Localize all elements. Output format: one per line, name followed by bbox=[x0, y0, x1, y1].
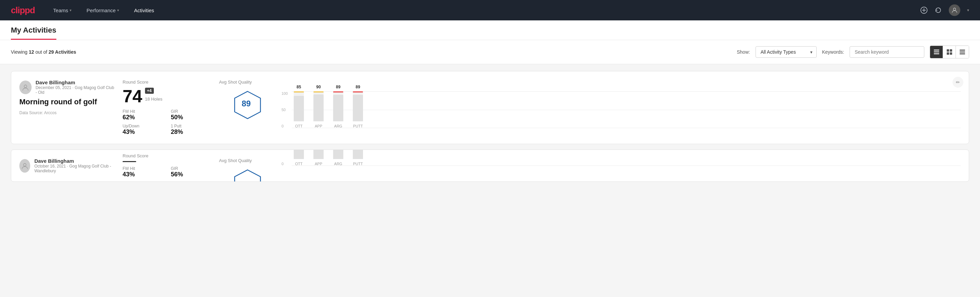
gir-stat-2: GIR 56% bbox=[171, 166, 211, 178]
avatar-chevron-icon: ▾ bbox=[967, 8, 969, 13]
chart-col-putt: 89 PUTT bbox=[353, 85, 363, 128]
bar-track-app-2 bbox=[313, 150, 324, 159]
bar-value-arg: 89 bbox=[336, 85, 340, 89]
bar-chart-2: 100 50 0 94 OTT bbox=[282, 158, 961, 173]
bar-track-putt bbox=[353, 91, 363, 121]
logo[interactable]: clippd bbox=[11, 5, 35, 16]
activity-type-select[interactable]: All Activity Types bbox=[756, 46, 817, 58]
edit-button[interactable]: ✏ bbox=[953, 77, 963, 88]
gridlines-2 bbox=[292, 150, 961, 166]
bar-label-app: APP bbox=[315, 124, 322, 128]
svg-rect-8 bbox=[950, 49, 952, 52]
chart-col-arg: 89 ARG bbox=[333, 85, 343, 128]
bar-track-ott-2 bbox=[294, 150, 304, 159]
bar-top-ott bbox=[294, 91, 304, 93]
search-input[interactable] bbox=[850, 46, 924, 58]
list-wide-view-btn[interactable] bbox=[956, 46, 969, 58]
hexagon-container-2 bbox=[219, 169, 274, 182]
round-score-label: Round Score bbox=[123, 80, 211, 85]
bar-fill-app bbox=[313, 94, 324, 121]
activity-card: ✏ Dave Billingham December 05, 2021 · Go… bbox=[11, 71, 969, 144]
bar-value-app: 90 bbox=[316, 85, 321, 89]
bar-track-ott bbox=[294, 91, 304, 121]
round-score-section: Round Score 74 +4 18 Holes FW Hit 62% GI… bbox=[123, 80, 211, 136]
round-score-section-2: Round Score FW Hit 43% GIR 56% bbox=[123, 158, 211, 173]
activity-title: Morning round of golf bbox=[19, 97, 115, 106]
fw-hit-stat-2: FW Hit 43% bbox=[123, 166, 163, 178]
svg-rect-12 bbox=[959, 52, 965, 53]
score-badge: +4 bbox=[145, 88, 154, 94]
svg-point-16 bbox=[24, 163, 26, 166]
list-dense-view-btn[interactable] bbox=[930, 46, 943, 58]
bar-fill-ott bbox=[294, 96, 304, 121]
holes-label: 18 Holes bbox=[145, 96, 162, 102]
bar-label-app-2: APP bbox=[315, 162, 322, 166]
avg-shot-quality-section-2: Avg Shot Quality bbox=[219, 158, 274, 173]
svg-rect-6 bbox=[934, 53, 939, 54]
page-header: My Activities bbox=[0, 21, 980, 40]
chart-col-arg-2: 106 ARG bbox=[333, 150, 343, 166]
svg-rect-5 bbox=[934, 52, 939, 53]
bar-track-putt-2 bbox=[353, 150, 363, 159]
bar-label-putt: PUTT bbox=[353, 124, 363, 128]
score-value: 74 bbox=[123, 87, 142, 105]
bar-top-arg bbox=[333, 91, 343, 93]
quality-title-2: Avg Shot Quality bbox=[219, 158, 252, 163]
data-source: Data Source: Arccos bbox=[19, 110, 115, 115]
hexagon-2 bbox=[232, 169, 260, 182]
main-content: ✏ Dave Billingham December 05, 2021 · Go… bbox=[0, 71, 980, 198]
avatar bbox=[19, 81, 32, 94]
user-date: December 05, 2021 · Gog Magog Golf Club … bbox=[36, 85, 115, 95]
bar-fill-arg bbox=[333, 95, 343, 121]
y-axis-2: 100 50 0 bbox=[282, 150, 288, 166]
bar-top-putt bbox=[353, 91, 363, 93]
gir-stat: GIR 50% bbox=[171, 109, 211, 121]
bar-label-arg: ARG bbox=[334, 124, 342, 128]
svg-rect-7 bbox=[947, 49, 949, 52]
chart-col-app: 90 APP bbox=[313, 85, 324, 128]
nav-performance[interactable]: Performance ▾ bbox=[84, 6, 121, 14]
teams-chevron-icon: ▾ bbox=[70, 8, 72, 13]
bar-value-ott: 85 bbox=[296, 85, 301, 89]
activity-type-select-wrapper: All Activity Types ▾ bbox=[756, 46, 817, 58]
hexagon: 89 bbox=[232, 90, 260, 117]
round-score-label-2: Round Score bbox=[123, 153, 211, 158]
bar-label-ott: OTT bbox=[295, 124, 302, 128]
chart-col-app-2: 82 APP bbox=[313, 150, 324, 166]
chart-col-ott-2: 94 OTT bbox=[294, 150, 304, 166]
nav-activities[interactable]: Activities bbox=[132, 6, 156, 14]
add-icon[interactable] bbox=[920, 6, 928, 14]
svg-rect-9 bbox=[947, 52, 949, 55]
activity-card-2: Dave Billingham October 16, 2021 · Gog M… bbox=[11, 150, 969, 182]
bar-track-arg-2 bbox=[333, 150, 343, 159]
view-toggle bbox=[930, 46, 969, 59]
chart-col-ott: 85 OTT bbox=[294, 85, 304, 128]
score-dash bbox=[123, 161, 136, 162]
grid-view-btn[interactable] bbox=[943, 46, 956, 58]
page-title: My Activities bbox=[11, 26, 56, 40]
user-avatar-btn[interactable] bbox=[949, 5, 960, 16]
user-name-2: Dave Billingham bbox=[34, 158, 115, 164]
chart-col-putt-2: 87 PUTT bbox=[353, 150, 363, 166]
performance-chevron-icon: ▾ bbox=[117, 8, 119, 13]
svg-point-14 bbox=[24, 85, 27, 88]
bar-chart: 100 50 0 85 OTT bbox=[282, 80, 961, 136]
nav-teams[interactable]: Teams ▾ bbox=[51, 6, 74, 14]
round-score-row-2 bbox=[123, 161, 211, 162]
avg-shot-quality-section: Avg Shot Quality 89 bbox=[219, 80, 274, 136]
round-score-row: 74 +4 18 Holes bbox=[123, 87, 211, 105]
hex-value: 89 bbox=[242, 99, 251, 109]
user-date-2: October 16, 2021 · Gog Magog Golf Club -… bbox=[34, 164, 115, 173]
bar-label-ott-2: OTT bbox=[295, 162, 302, 166]
show-label: Show: bbox=[737, 49, 750, 55]
bar-track-app bbox=[313, 91, 324, 121]
user-name: Dave Billingham bbox=[36, 80, 115, 85]
nav-actions: ▾ bbox=[920, 5, 969, 16]
card-left-2: Dave Billingham October 16, 2021 · Gog M… bbox=[19, 158, 115, 173]
svg-rect-13 bbox=[959, 53, 965, 54]
gridlines bbox=[292, 91, 961, 128]
svg-marker-17 bbox=[235, 170, 261, 182]
refresh-icon[interactable] bbox=[934, 6, 942, 14]
y-axis: 100 50 0 bbox=[282, 91, 288, 128]
bar-label-putt-2: PUTT bbox=[353, 162, 363, 166]
